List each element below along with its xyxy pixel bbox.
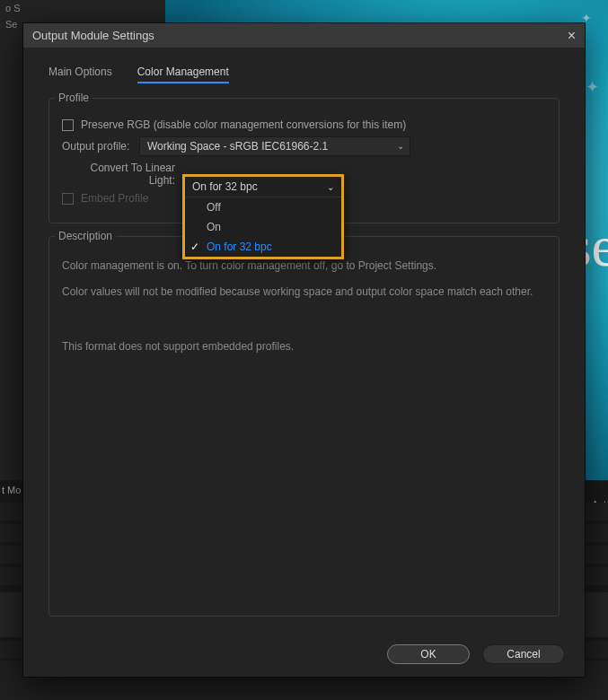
preserve-rgb-checkbox[interactable]	[62, 119, 74, 131]
dialog-titlebar: Output Module Settings ×	[23, 23, 585, 48]
output-profile-value: Working Space - sRGB IEC61966-2.1	[147, 140, 328, 153]
profile-group: Profile Preserve RGB (disable color mana…	[48, 98, 560, 223]
preserve-rgb-label: Preserve RGB (disable color management c…	[81, 118, 406, 131]
dialog-footer: OK Cancel	[387, 644, 565, 664]
close-icon[interactable]: ×	[568, 28, 576, 44]
output-profile-select[interactable]: Working Space - sRGB IEC61966-2.1 ⌄	[139, 136, 410, 156]
description-para-3: This format does not support embedded pr…	[62, 339, 546, 354]
bg-left-row: o S	[0, 0, 165, 16]
convert-option-off[interactable]: Off	[185, 197, 341, 217]
cancel-button[interactable]: Cancel	[482, 644, 565, 664]
description-legend: Description	[55, 230, 116, 242]
output-module-settings-dialog: Output Module Settings × Main Options Co…	[22, 22, 586, 678]
chevron-down-icon: ⌄	[397, 141, 404, 151]
ok-button[interactable]: OK	[387, 644, 470, 664]
profile-legend: Profile	[55, 92, 93, 104]
bg-bottom-left-label: t Mo	[2, 485, 21, 495]
convert-linear-dropdown-open[interactable]: On for 32 bpc ⌄ Off On On for 32 bpc	[182, 174, 344, 259]
embed-profile-label: Embed Profile	[81, 192, 148, 205]
dialog-title: Output Module Settings	[32, 29, 154, 42]
convert-linear-current[interactable]: On for 32 bpc ⌄	[185, 177, 341, 197]
tabs: Main Options Color Management	[48, 66, 560, 83]
sparkle-icon: ✦	[586, 77, 599, 97]
description-para-2: Color values will not be modified becaus…	[62, 284, 546, 300]
chevron-down-icon: ⌄	[327, 182, 334, 192]
convert-option-on-32bpc[interactable]: On for 32 bpc	[185, 237, 341, 257]
description-para-1: Color management is on. To turn color ma…	[62, 258, 546, 274]
convert-option-on[interactable]: On	[185, 217, 341, 237]
description-group: Description Color management is on. To t…	[48, 236, 560, 617]
tab-color-management[interactable]: Color Management	[137, 66, 229, 83]
tab-main-options[interactable]: Main Options	[48, 66, 112, 83]
embed-profile-checkbox	[62, 193, 74, 205]
convert-linear-label: Convert To Linear Light:	[62, 162, 175, 187]
output-profile-label: Output profile:	[62, 140, 132, 153]
